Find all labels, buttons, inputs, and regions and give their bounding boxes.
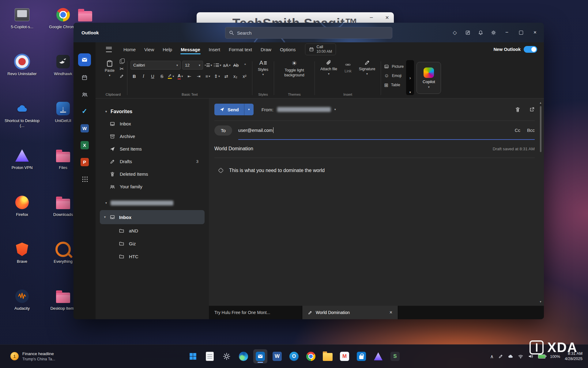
paste-button[interactable]: Paste ▾ <box>102 59 117 78</box>
folder-inbox-selected[interactable]: ▾ Inbox <box>100 210 205 224</box>
rail-todo-icon[interactable]: ✓ <box>78 106 91 117</box>
slack-icon[interactable]: S <box>388 349 402 363</box>
scroll-down-icon[interactable]: ▾ <box>540 300 541 303</box>
tab-message[interactable]: Message <box>176 44 204 55</box>
edge-icon[interactable] <box>236 349 251 363</box>
bullet-list-button[interactable]: ▾ <box>205 61 212 69</box>
cut-icon[interactable]: ✂ <box>120 66 124 72</box>
tab-help[interactable]: Help <box>158 44 176 55</box>
subject-field[interactable]: World Domination <box>214 146 253 151</box>
send-split-button[interactable]: Send ▾ <box>214 104 254 115</box>
folder-sent-items[interactable]: Sent Items <box>96 143 209 155</box>
draft-tab-hulu[interactable]: Try Hulu Free for One Mont... <box>209 306 302 319</box>
minimize-button[interactable]: − <box>500 26 514 39</box>
font-color-button[interactable]: A▾ <box>176 72 184 80</box>
styles-button[interactable]: A Styles ▾ <box>255 58 271 77</box>
account-row[interactable]: ▾ <box>96 197 209 209</box>
picture-button[interactable]: Picture <box>384 63 404 71</box>
folder-deleted-items[interactable]: Deleted Items <box>96 168 209 180</box>
copy-icon[interactable] <box>120 59 123 64</box>
draft-tab-world-domination[interactable]: World Domination × <box>302 306 398 319</box>
open-in-new-window-icon[interactable] <box>529 107 535 112</box>
superscript-button[interactable]: x² <box>241 72 248 80</box>
notepad-icon[interactable] <box>203 349 217 363</box>
decrease-indent-button[interactable]: ⇤ <box>186 72 193 80</box>
widgets-button[interactable]: 1 Finance headline Trump's China Ta... <box>10 351 55 362</box>
ribbon-overflow-flyout[interactable]: › ▾ <box>406 60 414 95</box>
hamburger-menu-icon[interactable] <box>106 47 112 52</box>
quote-button[interactable]: ” <box>241 61 249 69</box>
microsoft-store-icon[interactable] <box>354 349 368 363</box>
signature-button[interactable]: Signature ▾ <box>356 58 378 77</box>
discard-trash-icon[interactable] <box>515 107 521 113</box>
format-painter-icon[interactable] <box>119 74 124 79</box>
bcc-button[interactable]: Bcc <box>527 128 535 133</box>
strikethrough-button[interactable]: S <box>158 72 166 80</box>
gmail-icon[interactable]: M <box>337 349 352 363</box>
numbered-list-button[interactable]: ▾ <box>214 61 221 69</box>
attach-file-button[interactable]: Attach file ▾ <box>318 58 340 77</box>
proton-vpn-icon[interactable] <box>371 349 385 363</box>
send-button[interactable]: Send <box>214 104 244 115</box>
rail-powerpoint-icon[interactable]: P <box>78 156 91 167</box>
outlook-titlebar[interactable]: Outlook Search ◇ − × <box>74 23 544 42</box>
rail-calendar-icon[interactable] <box>78 72 91 83</box>
folder-archive[interactable]: Archive <box>96 130 209 143</box>
align-button[interactable]: ≡▾ <box>204 72 212 80</box>
close-tab-icon[interactable]: × <box>390 310 392 315</box>
search-input[interactable]: Search <box>225 27 392 39</box>
hidden-icons-chevron[interactable]: ∧ <box>490 354 494 359</box>
scrollbar-thumb[interactable] <box>540 106 541 152</box>
desktop-icon-folder-partial[interactable] <box>67 7 103 25</box>
maximize-button[interactable] <box>514 26 528 39</box>
copilot-button[interactable]: Copilot ▾ <box>417 62 441 94</box>
word-icon[interactable]: W <box>270 349 284 363</box>
desktop-icon-audacity[interactable]: Audacity <box>4 288 40 311</box>
subfolder-giz[interactable]: Giz <box>96 237 209 250</box>
rail-more-apps-icon[interactable] <box>78 173 91 184</box>
subfolder-and[interactable]: aND <box>96 224 209 237</box>
underline-button[interactable]: U <box>149 72 156 80</box>
chrome-icon[interactable] <box>304 349 318 363</box>
subfolder-htc[interactable]: HTC <box>96 250 209 263</box>
text-direction-button[interactable]: ⇄ <box>222 72 230 80</box>
clear-formatting-button[interactable]: Ab <box>232 61 240 69</box>
close-button[interactable]: × <box>528 26 542 39</box>
pen-tray-icon[interactable] <box>498 354 503 359</box>
desktop-icon-revo-uninstaller[interactable]: Revo Uninstaller <box>4 54 40 76</box>
rail-excel-icon[interactable]: X <box>78 140 91 151</box>
premium-diamond-icon[interactable]: ◇ <box>448 26 461 39</box>
rail-people-icon[interactable] <box>78 89 91 100</box>
folder-inbox[interactable]: Inbox <box>96 117 209 130</box>
send-options-dropdown[interactable]: ▾ <box>244 104 254 115</box>
rail-mail-icon[interactable] <box>78 53 91 66</box>
new-outlook-toggle[interactable] <box>524 46 537 53</box>
compose-scrollbar[interactable]: ▴ ▾ <box>539 101 542 303</box>
highlight-color-button[interactable]: ▾ <box>167 72 175 80</box>
favorites-header[interactable]: ▾ Favorites <box>96 106 209 117</box>
message-body[interactable]: This is what you need to dominate the wo… <box>214 158 535 174</box>
to-recipients-field[interactable]: user@email.com Cc Bcc <box>238 121 535 140</box>
cc-button[interactable]: Cc <box>515 128 520 133</box>
desktop-icon-brave[interactable]: Brave <box>4 241 40 264</box>
tab-view[interactable]: View <box>140 44 158 55</box>
desktop-icon-proton-vpn[interactable]: Proton VPN <box>4 148 40 170</box>
folder-drafts[interactable]: Drafts 3 <box>96 155 209 168</box>
tab-options[interactable]: Options <box>276 44 300 55</box>
font-size-select[interactable]: 12▾ <box>182 61 203 70</box>
link-button[interactable]: Link <box>342 60 354 75</box>
line-spacing-button[interactable]: ⇕▾ <box>213 72 221 80</box>
increase-indent-button[interactable]: ⇥ <box>195 72 202 80</box>
scroll-up-icon[interactable]: ▴ <box>540 101 541 104</box>
subscript-button[interactable]: x₂ <box>232 72 239 80</box>
ribbon-collapse-icon[interactable]: ▾ <box>409 90 411 94</box>
battery-icon[interactable] <box>538 355 545 358</box>
file-explorer-icon[interactable] <box>321 349 335 363</box>
outlook-taskbar-icon[interactable] <box>253 349 267 363</box>
toggle-light-background-button[interactable]: ☀ Toggle light background <box>277 58 311 79</box>
change-case-button[interactable]: aA▾ <box>223 61 231 69</box>
onedrive-tray-icon[interactable] <box>508 354 513 359</box>
upcoming-call-card[interactable]: Call 10:00 AM <box>305 44 336 55</box>
volume-icon[interactable] <box>528 354 533 359</box>
copilot-icon[interactable] <box>217 167 224 174</box>
